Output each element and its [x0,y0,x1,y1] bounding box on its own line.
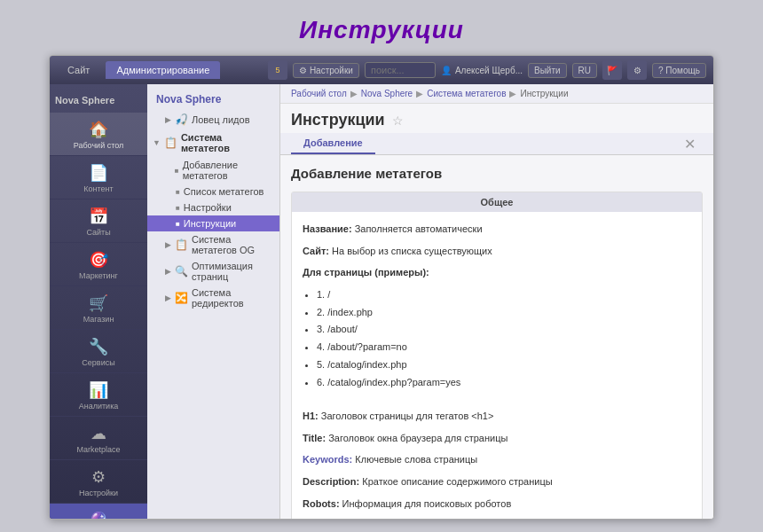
sidebar-label-sites: Сайты [86,228,110,237]
nav-item-redirects[interactable]: ▶ 🔀 Система редиректов [147,285,279,311]
sidebar-label-analytics: Аналитика [79,402,119,411]
cloud-icon: ☁ [90,424,106,443]
list-item: 2. /index.php [317,304,691,321]
content-header: Инструкции ☆ [280,104,713,133]
exit-button[interactable]: Выйти [528,63,567,78]
h1-value: Заголовок страницы для тегатов <h1> [321,411,494,421]
search-input[interactable] [365,62,436,78]
nav-item-list-meta[interactable]: ■ Список метатегов [147,184,279,200]
gear-icon[interactable]: ⚙ [627,60,647,80]
tab-bar: Добавление ✕ [280,133,713,155]
sidebar-label-services: Сервисы [82,358,114,367]
nova-icon: 🔮 [89,511,108,520]
keywords-value: Ключевые слова страницы [355,454,477,465]
title-value: Заголовок окна браузера для страницы [328,433,507,443]
info-block-body: Название: Заполняется автоматически Сайт… [292,212,702,519]
nav-brand: Nova Sphere [147,90,279,111]
expand-icon-lovets: ▶ [165,115,171,124]
bullet-instruktsii: ■ [176,220,180,228]
section-title: Добавление метатегов [291,166,703,181]
nav-item-instruktsii[interactable]: ■ Инструкции [147,215,279,231]
tab-action-pin[interactable]: ✕ [677,134,703,154]
nav-meta-system-header[interactable]: ▼ 📋 Система метатегов [147,129,279,157]
sidebar-item-desktop[interactable]: 🏠 Рабочий стол [50,113,147,156]
content-icon: 📄 [89,163,108,183]
nav-item-optimization[interactable]: ▶ 🔍 Оптимизация страниц [147,258,279,285]
tab-site[interactable]: Сайт [57,61,100,79]
breadcrumb-nova[interactable]: Nova Sphere [361,89,413,98]
cart-icon: 🛒 [89,293,108,313]
sidebar-label-settings: Настройки [79,489,118,497]
expand-icon-redir: ▶ [165,293,171,302]
tab-add[interactable]: Добавление [291,133,375,154]
breadcrumb-meta[interactable]: Система метатегов [427,89,506,98]
title-label: Title: [303,433,326,443]
breadcrumb-desktop[interactable]: Рабочий стол [291,89,347,98]
nav-label-lovets: Ловец лидов [192,114,249,125]
nav-item-meta-og[interactable]: ▶ 📋 Система метатегов OG [147,231,279,258]
sidebar: Nova Sphere 🏠 Рабочий стол 📄 Контент 📅 С… [50,84,147,519]
nav-item-add-meta[interactable]: ■ Добавление метатегов [147,157,279,184]
help-button[interactable]: ? Помощь [652,63,706,78]
expand-icon-og: ▶ [165,240,171,249]
nav-label-og: Система метатегов OG [192,234,271,255]
sidebar-item-marketplace[interactable]: ☁ Marketplace [50,417,147,460]
calendar-icon: 📅 [89,207,108,226]
robots-note: Вы можете использовать пять значений: [303,517,691,519]
top-bar: Сайт Администрирование 5 ⚙ Настройки 👤 А… [50,56,713,84]
list-item: 4. /about/?param=no [317,339,691,356]
sidebar-item-sites[interactable]: 📅 Сайты [50,200,147,243]
sidebar-item-services[interactable]: 🔧 Сервисы [50,330,147,373]
notifications-icon[interactable]: 5 [268,60,287,80]
tab-admin[interactable]: Администрирование [106,61,220,79]
home-icon: 🏠 [89,120,108,139]
sidebar-item-marketing[interactable]: 🎯 Маркетинг [50,243,147,286]
favorite-icon[interactable]: ☆ [392,113,404,128]
settings-icon: ⚙ [91,467,106,487]
h1-label: H1: [303,411,319,421]
content-title: Инструкции [291,111,385,129]
sidebar-item-content[interactable]: 📄 Контент [50,156,147,200]
og-icon: 📋 [175,239,188,251]
nav-item-nastroyki[interactable]: ■ Настройки [147,200,279,215]
wrench-icon: 🔧 [89,337,108,356]
nova-sphere-item[interactable]: 🔮 Nova Sphere [50,504,147,520]
sidebar-brand: Nova Sphere [50,88,147,113]
main-content: Рабочий стол ▶ Nova Sphere ▶ Система мет… [280,84,713,519]
user-icon: 👤 [441,66,452,75]
list-item: 5. /catalog/index.php [317,356,691,373]
nav-label-list-meta: Список метатегов [184,186,264,197]
settings-button[interactable]: ⚙ Настройки [293,63,359,78]
sidebar-label-content: Контент [83,184,113,193]
sidebar-label-desktop: Рабочий стол [74,141,124,150]
list-item: 1. / [317,286,691,303]
sidebar-item-shop[interactable]: 🛒 Магазин [50,286,147,330]
lang-button[interactable]: RU [572,63,597,78]
flag-icon[interactable]: 🚩 [602,60,622,80]
redir-icon: 🔀 [175,292,188,304]
sidebar-item-analytics[interactable]: 📊 Аналитика [50,373,147,417]
field-name-label: Название: [303,223,352,234]
bullet-nastroyki: ■ [176,204,180,212]
breadcrumb-current: Инструкции [520,89,568,98]
sidebar-label-shop: Магазин [83,315,114,324]
page-heading: Инструкции [0,0,763,55]
nav-label-nastroyki: Настройки [184,202,232,213]
nav-label-meta-system: Система метатегов [181,132,271,153]
keywords-label: Keywords: [303,454,352,465]
nav-label-optimization: Оптимизация страниц [192,261,271,282]
user-info: 👤 Алексей Щерб... [441,66,523,75]
page-examples-list: 1. / 2. /index.php 3. /about/ 4. /about/… [317,286,691,390]
nav-panel: Nova Sphere ▶ 🎣 Ловец лидов ▼ 📋 Система … [147,84,280,519]
info-block-general: Общее Название: Заполняется автоматическ… [291,192,703,519]
window-frame: Сайт Администрирование 5 ⚙ Настройки 👤 А… [49,55,714,520]
expand-icon-opt: ▶ [165,267,171,276]
bullet-add-meta: ■ [175,167,179,175]
sidebar-item-settings[interactable]: ⚙ Настройки [50,460,147,504]
chart-icon: 📊 [89,380,108,400]
field-site-label: Сайт: [303,246,329,256]
target-icon: 🎯 [89,250,108,270]
nav-item-lovets[interactable]: ▶ 🎣 Ловец лидов [147,111,279,129]
meta-system-icon: 📋 [164,137,177,149]
list-item: 6. /catalog/index.php?param=yes [317,374,691,391]
